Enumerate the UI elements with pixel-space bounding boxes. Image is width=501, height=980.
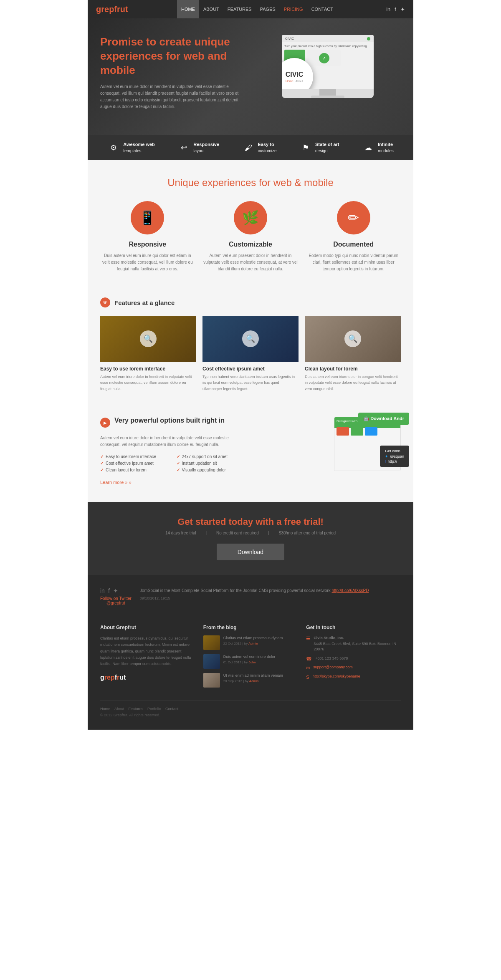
cloud-icon: ☁ [362,141,374,154]
card-responsive-title: Responsive [100,241,195,248]
feature-design: ⚑ State of art design [299,141,339,154]
logo-accent2: r [117,5,120,14]
facebook-icon[interactable]: f [395,6,396,13]
powerful-body: Autem vel eum iriure dolor in hendrerit … [100,435,244,448]
trial-separator-1: | [206,531,208,535]
unique-title: Unique experiences for web & mobile [100,177,401,189]
download-button[interactable]: Download [217,544,284,560]
blog-thumb-3 [203,673,220,688]
twitter-icon[interactable]: ✦ [400,6,405,13]
feature-customize-text: Easy to customize [258,141,277,154]
footer-linkedin-icon[interactable]: in [100,587,105,594]
footer-copyright: © 2012 Grepfrut. All rights reserved. [100,713,401,717]
feature-card-body-2: Typi non habent vero claritatem insitam … [202,374,299,392]
feature-card-1: 🔍 Easy to use lorem interface Autem vel … [100,316,196,392]
search-icon-2: 🔍 [242,330,259,347]
nav-contact[interactable]: CONTACT [307,0,337,18]
nav-features[interactable]: FEATURES [223,0,256,18]
card-customizable-title: Customizable [203,241,298,248]
blog-text-content-1: Claritas est etiam processus dynam [223,635,283,641]
footer-tweet-link[interactable]: http://t.co/6AlXssPD [331,588,369,593]
blog-text-3: Ut wisi enim ad minim aliam veniam 28 Se… [223,673,283,688]
card-documented: ✏ Documented Eodem modo typi qui nunc no… [306,201,401,272]
footer-nav-contact[interactable]: Contact [165,707,178,711]
contact-skype-link[interactable]: http://skype.com/skypename [313,674,360,678]
footer-tweet-time: 09/10/2012, 19:15 [140,596,401,600]
footer-tweet: JomSocial is the Most Complete Social Pl… [140,587,401,600]
blog-meta-1: 22 Oct 2012 | by Admin [223,641,283,646]
feature-card-title-3: Clean layout for lorem [305,366,401,372]
play-icon: ▶ [100,418,110,428]
monitor-stand [319,89,336,96]
powerful-left: ▶ Very powerful options built right in A… [100,417,244,485]
feature-modules: ☁ Infinite modules [362,141,394,154]
footer-facebook-icon[interactable]: f [108,587,110,594]
card-documented-title: Documented [306,241,401,248]
unique-section: Unique experiences for web & mobile 📱 Re… [88,160,413,289]
search-icon-3: 🔍 [344,330,361,347]
nav-home[interactable]: HOME [177,0,199,18]
blog-meta-2: 01 Oct 2012 | by John [223,660,276,665]
feature-card-body-3: Duis autem vel eum iriure dolor in congu… [305,374,401,392]
feature-customize: 🖌 Easy to customize [242,141,277,154]
footer-follow: Follow on Twitter @grepfrut [100,596,132,605]
card-customizable-body: Autem vel eum praesent dolor in hendreri… [203,252,298,272]
contact-phone: ☎ +001 123 345 5678 [306,656,401,662]
feature-templates-text: Awesome web templates [123,141,155,154]
powerful-right-container: Designed with love 🤖 Download Andr Get c… [334,417,401,471]
logo-text3: ut [120,5,128,14]
footer-nav: Home About Features Portfolio Contact [100,700,401,711]
blog-author-3[interactable]: Admin [249,679,259,683]
footer-about-body: Claritas est etiam processus dynamicus, … [100,635,195,667]
download-badge[interactable]: 🤖 Download Andr [358,413,409,425]
blog-text-1: Claritas est etiam processus dynam 22 Oc… [223,635,283,650]
address-icon: ☰ [306,636,310,641]
footer-logo[interactable]: grepfrut [100,674,195,681]
email-icon: ✉ [306,665,310,671]
blog-author-2[interactable]: John [248,660,256,664]
footer-social: in f ✦ [100,587,132,594]
footer-contact-col: Get in touch ☰ Civic Studio, Inc. 3445 E… [306,625,401,692]
twitter-small-icon: ✦ [385,454,388,459]
footer-nav-features[interactable]: Features [129,707,144,711]
logo[interactable]: grepfrut [96,5,128,14]
feature-card-2: 🔍 Cost effective ipsum amet Typi non hab… [202,316,299,392]
footer-nav-portfolio[interactable]: Portfolio [147,707,161,711]
nav-pages[interactable]: PAGES [256,0,280,18]
leaf-icon: 🌿 [234,201,267,234]
features-glance-title: Features at a glance [114,299,175,306]
monitor-base [311,96,344,98]
feature-card-img-3: 🔍 [305,316,401,362]
responsive-card-icon: 📱 [131,201,164,234]
powerful-title: Very powerful options built right in [114,417,225,424]
feature-responsive: ↩ Responsive layout [177,141,219,154]
footer-twitter-icon[interactable]: ✦ [113,587,118,594]
feature-card-title-1: Easy to use lorem interface [100,366,196,372]
contact-email-link[interactable]: support@company.com [313,665,353,669]
footer-nav-about[interactable]: About [114,707,124,711]
footer-blog-title: From the blog [203,625,298,630]
footer-nav-home[interactable]: Home [100,707,110,711]
contact-address: ☰ Civic Studio, Inc. 3445 East Creek Blv… [306,635,401,652]
feature-templates: ⚙ Awesome web templates [107,141,155,154]
checklist: Easy to use lorem interface 24x7 support… [100,454,244,472]
blog-author-1[interactable]: Admin [248,642,258,645]
learn-more-link[interactable]: Learn more » [100,480,132,485]
checklist-item-3: Cost effective ipsum amet [100,461,168,466]
trial-separator-2: | [268,531,271,535]
card-responsive-body: Duis autem vel eum iriure qui dolor est … [100,252,195,272]
checklist-item-1: Easy to use lorem interface [100,454,168,459]
feature-design-text: State of art design [315,141,339,154]
blog-text-content-2: Duis autem vel eum iriure dolor [223,654,276,660]
linkedin-icon[interactable]: in [386,6,390,13]
footer-about-title: About Grepfrut [100,625,195,630]
footer-about-col: About Grepfrut Claritas est etiam proces… [100,625,195,692]
hero-body: Autem vel eum iriure dolor in hendrerit … [100,83,246,110]
nav-about[interactable]: ABOUT [199,0,223,18]
nav-pricing[interactable]: PRICING [280,0,307,18]
powerful-section: ▶ Very powerful options built right in A… [88,408,413,502]
get-started-section: Get started today with a free trial! 14 … [88,502,413,575]
header: grepfrut HOME ABOUT FEATURES PAGES PRICI… [88,0,413,18]
contact-address-text: Civic Studio, Inc. 3445 East Creek Blvd,… [314,635,401,652]
skype-icon: S [306,675,309,680]
